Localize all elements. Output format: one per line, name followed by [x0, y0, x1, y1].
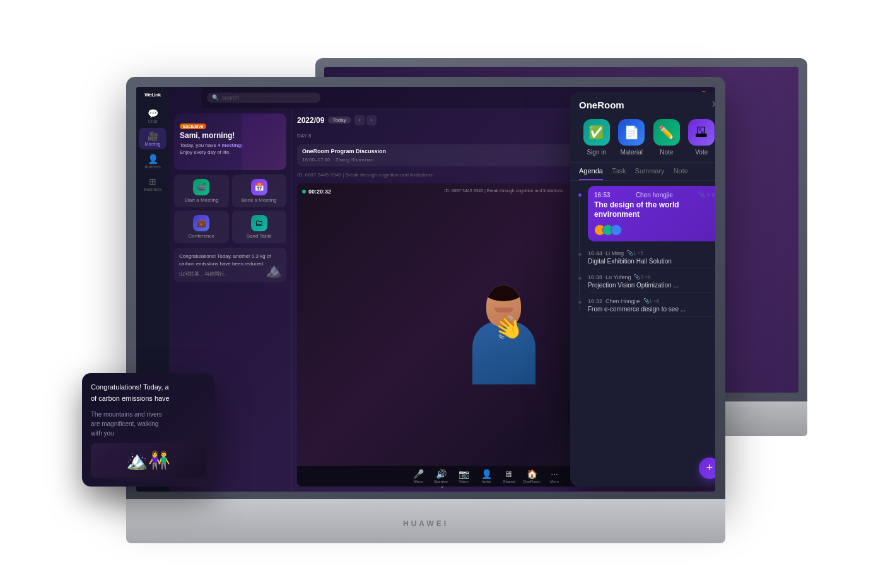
oneroom-fab-button[interactable]: +	[699, 458, 715, 479]
agenda-title-3: Projection Vision Optimization ...	[588, 282, 715, 289]
sidebar-item-business[interactable]: ⊞ Business	[139, 173, 167, 195]
share-label: Shared	[503, 480, 515, 483]
oneroom-label: OneRoom	[523, 480, 540, 483]
tab-note[interactable]: Note	[674, 163, 688, 180]
start-meeting-label: Start a Meeting	[184, 197, 218, 203]
recording-indicator	[302, 190, 306, 193]
agenda-person-1: Chen hongjie	[636, 192, 673, 199]
agenda-person-4: Chen Hongjie	[605, 298, 640, 304]
person-hair	[486, 285, 521, 301]
meeting-title: OneRoom Program Discussion	[302, 148, 386, 154]
popup-text-1: Congratulations! Today, aof carbon emiss…	[91, 382, 206, 404]
greeting-card-bg	[242, 113, 286, 170]
start-meeting-button[interactable]: 📹 Start a Meeting	[174, 175, 229, 207]
book-meeting-icon: 📅	[251, 179, 267, 195]
agenda-stat-2: 📎1 ○5	[627, 250, 643, 256]
meeting-host: Zhang Shanshan	[336, 157, 374, 163]
agenda-body-4: 16:32 Chen Hongjie 📎1 ○6 From e-commerce…	[588, 298, 715, 313]
book-meeting-button[interactable]: 📅 Book a Meeting	[232, 175, 287, 207]
agenda-time-3: 16:38	[588, 274, 602, 280]
signin-label: Sign in	[587, 149, 606, 156]
vote-icon: 🗳	[688, 119, 715, 146]
agenda-item-3: 16:38 Lu Yufeng 📎3 ○8 Projection Vision …	[588, 270, 715, 293]
oneroom-button[interactable]: 🏠 OneRoom	[523, 469, 541, 483]
share-button[interactable]: 🖥 Shared	[500, 469, 518, 483]
sidebar-item-address[interactable]: 👤 Address	[139, 151, 167, 172]
tab-summary[interactable]: Summary	[635, 163, 665, 180]
agenda-body-2: 16:44 Li Ming 📎1 ○5 Digital Exhibition H…	[588, 250, 715, 265]
timer-text: 00:20:32	[308, 188, 331, 195]
agenda-body-3: 16:38 Lu Yufeng 📎3 ○8 Projection Vision …	[588, 274, 715, 289]
more-button[interactable]: ··· More	[546, 469, 563, 483]
agenda-title-1: The design of the world environment	[594, 200, 715, 220]
agenda-title-2: Digital Exhibition Hall Solution	[588, 258, 715, 265]
tab-agenda[interactable]: Agenda	[579, 163, 603, 180]
sidebar-item-chat[interactable]: 💬 Chat	[139, 105, 167, 127]
address-icon: 👤	[148, 154, 158, 164]
conference-button[interactable]: 💼 Conference	[174, 210, 229, 243]
calendar-nav: ‹ ›	[354, 115, 377, 125]
sidebar-item-meeting[interactable]: 🎥 Meeting	[139, 128, 167, 149]
more-icon: ···	[551, 469, 558, 479]
invite-button[interactable]: 👤 Invite	[477, 469, 495, 483]
speaker-icon: 🔊	[436, 469, 447, 479]
popup-text-2: The mountains and riversare magnificent,…	[91, 410, 206, 438]
material-action[interactable]: 📄 Material	[618, 119, 645, 156]
oneroom-actions: ✅ Sign in 📄 Material ✏️ Note 🗳	[570, 115, 715, 163]
mic-button[interactable]: 🎤 Micro	[409, 469, 427, 483]
prev-button[interactable]: ‹	[354, 115, 365, 125]
sandtable-label: Sand Table	[247, 233, 272, 239]
note-icon: ✏️	[653, 119, 680, 146]
vote-action[interactable]: 🗳 Vote	[688, 119, 715, 156]
vote-label: Vote	[695, 149, 708, 156]
meeting-time: 16:00–17:00	[302, 157, 330, 163]
tab-task[interactable]: Task	[612, 163, 626, 180]
meeting-buttons-grid: 📹 Start a Meeting 📅 Book a Meeting 💼 Co	[174, 175, 286, 243]
agenda-time-1: 16:53	[594, 192, 611, 199]
sidebar-label-chat: Chat	[148, 119, 158, 124]
welink-logo: WeLink	[144, 92, 160, 98]
note-action[interactable]: ✏️ Note	[653, 119, 680, 156]
sandtable-button[interactable]: 🗂 Sand Table	[232, 210, 287, 243]
start-meeting-icon: 📹	[193, 179, 209, 195]
agenda-entry-head-1: 16:53 Chen hongjie 📎 ○ ○	[594, 192, 715, 199]
agenda-stat-3: 📎3 ○8	[634, 274, 650, 280]
oneroom-panel-title: OneRoom	[579, 100, 624, 110]
search-bar[interactable]: 🔍 search	[207, 93, 320, 103]
agenda-title-4: From e-commerce design to see ...	[588, 306, 715, 313]
sidebar-label-business: Business	[144, 187, 161, 192]
note-label: Note	[660, 149, 673, 156]
agenda-meta-2: 16:44 Li Ming 📎1 ○5	[588, 250, 715, 257]
screen-inner: WeLink 💬 Chat 🎥 Meeting 👤 Address	[136, 87, 715, 492]
search-icon: 🔍	[212, 95, 219, 101]
video-timer: 00:20:32	[302, 188, 331, 195]
timeline-dot-4	[577, 299, 583, 305]
camera-off-icon: 📷	[459, 469, 469, 479]
oneroom-icon: 🏠	[527, 469, 537, 479]
sidebar-label-meeting: Meeting	[145, 142, 161, 146]
next-button[interactable]: ›	[366, 115, 377, 125]
agenda-avatars-1	[594, 224, 715, 236]
floating-popup-card: Congratulations! Today, aof carbon emiss…	[82, 373, 214, 486]
agenda-person-3: Lu Yufeng	[605, 274, 631, 280]
meeting-icon: 🎥	[148, 131, 158, 141]
search-placeholder: search	[222, 95, 239, 101]
agenda-icons-1: 📎 ○ ○	[698, 192, 715, 198]
agenda-timeline: 16:53 Chen hongjie 📎 ○ ○ The design of t…	[576, 186, 715, 317]
avatar-3	[611, 224, 622, 236]
brand-label: HUAWEI	[403, 519, 448, 528]
video-label: Video	[459, 480, 469, 483]
sidebar-label-address: Address	[144, 164, 161, 169]
oneroom-close-button[interactable]: ✕	[711, 100, 715, 110]
invite-icon: 👤	[481, 469, 492, 479]
timeline-dot-active	[577, 192, 583, 198]
today-button[interactable]: Today	[328, 117, 350, 124]
material-icon: 📄	[618, 119, 645, 146]
oneroom-panel: OneRoom ✕ ✅ Sign in 📄 Material	[570, 92, 715, 487]
speaker-button[interactable]: 🔊 Speaker	[432, 469, 450, 483]
mic-icon: 🎤	[413, 469, 424, 479]
signin-icon: ✅	[583, 119, 610, 146]
video-button[interactable]: 📷 Video	[455, 469, 472, 483]
mic-label: Micro	[414, 480, 423, 483]
signin-action[interactable]: ✅ Sign in	[583, 119, 610, 156]
